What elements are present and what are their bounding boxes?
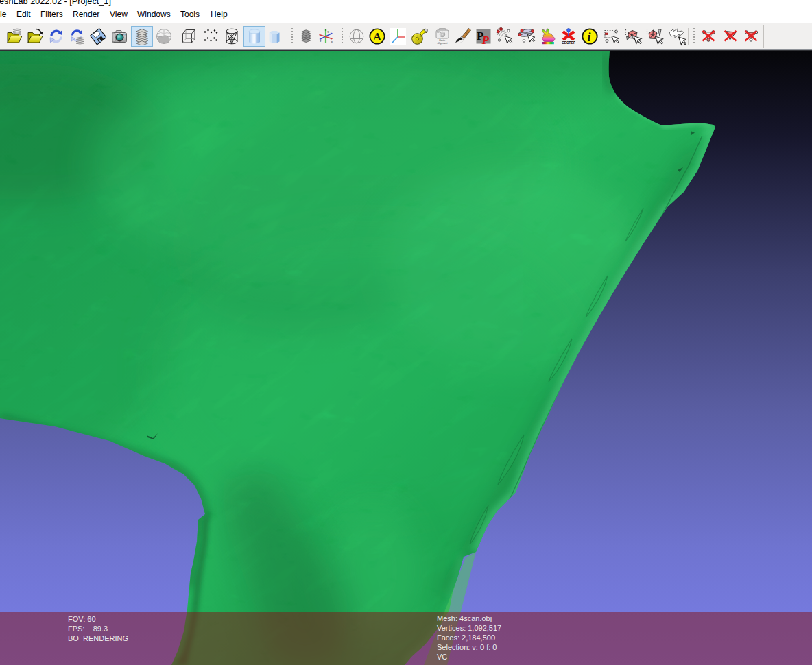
svg-text:z: z [320,39,321,43]
info-button[interactable]: i [580,26,600,47]
smooth-cylinder-icon [246,27,263,45]
raster-alignment-icon: RasterAlignment [433,27,452,45]
show-raster-button[interactable] [154,26,174,47]
tool-bar: yxz A RasterAlignment PP GEOREF i [0,23,812,50]
hud-faces: Faces: 2,184,500 [437,633,495,642]
menu-edit[interactable]: Edit [16,10,31,19]
plane-picking-button[interactable] [516,26,537,47]
delete-selected-faces-icon [721,27,739,45]
plane-picking-icon [517,27,536,46]
toolbar-drag-handle[interactable] [341,27,344,45]
hud-right-column: Mesh: 4scan.obj Vertices: 1,092,517 Face… [437,614,501,662]
reload-all-button[interactable] [67,26,87,47]
hud-selection: Selection: v: 0 f: 0 [437,643,497,651]
toolbar-drag-handle[interactable] [693,27,695,45]
hud-vertices: Vertices: 1,092,517 [437,624,501,632]
pick-points-button[interactable]: PP [473,26,494,47]
georef-icon: GEOREF [560,27,577,45]
delete-selected-faces-vertices-button[interactable] [741,26,761,47]
select-faces-rect-icon [623,27,643,46]
open-mesh-icon [27,27,45,45]
menu-bar: le Edit Filters Render View Windows Tool… [0,7,812,23]
select-faces-button[interactable] [644,26,665,47]
show-axes-button[interactable]: yxz [315,26,336,47]
draw-bbox-button[interactable] [178,26,199,47]
window-title: eshLab 2022.02 - [Project_1] [0,0,111,6]
draw-points-button[interactable] [200,26,221,47]
yellow-a-icon: A [368,27,386,45]
menu-file[interactable]: le [0,10,6,19]
draw-flat-button[interactable] [264,26,285,47]
menu-windows[interactable]: Windows [137,10,171,19]
rainbow-bunny-icon [539,27,557,45]
paint-brush-button[interactable] [452,26,473,47]
tripod-axes-button[interactable] [387,26,408,47]
wireframe-cylinder-icon [223,27,241,45]
delete-selected-faces-button[interactable] [720,26,741,47]
svg-text:i: i [587,30,590,44]
toolbar-separator [289,28,289,45]
toolbar-separator [176,28,176,45]
toolbar-separator [339,28,339,45]
menu-help[interactable]: Help [211,10,228,19]
delete-selected-vertices-button[interactable] [698,26,719,47]
quality-mapper-button[interactable] [538,26,558,47]
toolbar-drag-handle[interactable] [291,27,294,45]
globe-icon [348,27,366,45]
measure-tape-button[interactable] [409,26,429,47]
hud-rendering-mode: BO_RENDERING [68,634,128,642]
open-mesh-button[interactable] [25,26,46,47]
mesh-render-canvas [0,49,812,665]
hud-vc: VC [437,653,447,661]
hud-left-column: FOV: 60 FPS: 89.3 BO_RENDERING [68,614,128,643]
svg-text:GEOREF: GEOREF [562,41,575,45]
globe-button[interactable] [346,26,367,47]
raster-globe-icon [155,27,173,45]
raster-alignment-button[interactable]: RasterAlignment [432,26,453,47]
point-picking-button[interactable] [494,26,515,47]
select-vertices-button[interactable] [601,26,621,47]
viewport-top-divider [0,49,812,50]
layers-small-icon [297,27,315,45]
save-icon [89,27,107,45]
save-mesh-button[interactable] [88,26,108,47]
toolbar-end-divider [763,25,764,48]
menu-view[interactable]: View [110,10,128,19]
menu-filters[interactable]: Filters [40,10,63,19]
text-annotation-button[interactable]: A [367,26,387,47]
select-faces-icon [645,27,664,46]
open-project-button[interactable] [5,26,25,47]
delete-selected-vertices-icon [700,27,717,45]
delete-selected-faces-vertices-icon [742,27,760,45]
select-faces-rect-button[interactable] [623,26,643,47]
draw-wireframe-button[interactable] [222,26,242,47]
snapshot-icon [110,27,128,45]
title-bar: eshLab 2022.02 - [Project_1] [0,0,812,7]
bbox-wire-cube-icon [180,27,198,45]
reload-all-icon [68,27,86,45]
open-project-icon [6,27,24,45]
measure-tape-icon [410,27,428,45]
move-selection-button[interactable] [667,26,687,47]
paint-brush-icon [453,27,471,45]
show-layer-dialog-button[interactable] [131,26,153,47]
tripod-axes-icon [389,27,407,45]
menu-tools[interactable]: Tools [180,10,200,19]
info-icon: i [581,27,599,45]
flat-cylinder-icon [265,27,283,45]
point-picking-icon [495,27,514,46]
svg-text:A: A [373,30,381,43]
reload-mesh-button[interactable] [46,26,67,47]
points-icon [202,27,219,45]
show-layers-small-button[interactable] [296,26,316,47]
hud-fov: FOV: 60 [68,615,96,623]
svg-text:x: x [331,40,333,43]
snapshot-button[interactable] [109,26,130,47]
move-selection-icon [667,27,686,46]
georef-button[interactable]: GEOREF [558,26,579,47]
svg-text:y: y [328,29,330,33]
hud-mesh-name: Mesh: 4scan.obj [437,614,492,622]
draw-smooth-button[interactable] [243,26,265,47]
gl-viewport[interactable]: FOV: 60 FPS: 89.3 BO_RENDERING Mesh: 4sc… [0,49,812,665]
menu-render[interactable]: Render [73,10,99,19]
